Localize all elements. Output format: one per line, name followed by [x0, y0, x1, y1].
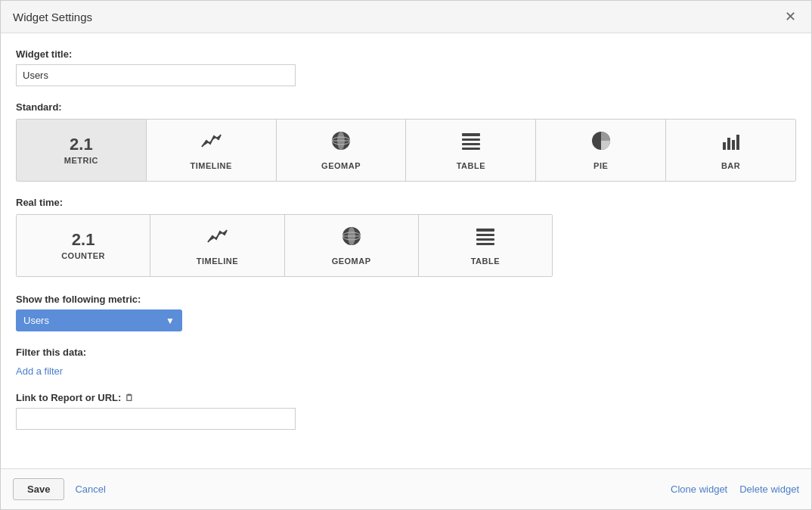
realtime-type-timeline[interactable]: TIMELINE: [150, 215, 284, 276]
link-label-text: Link to Report or URL:: [16, 392, 121, 403]
metric-field-section: Show the following metric: Users Session…: [16, 294, 796, 331]
link-report-icon: 🗒: [125, 393, 134, 403]
link-input[interactable]: [16, 408, 296, 430]
realtime-type-counter[interactable]: 2.1 COUNTER: [17, 215, 150, 276]
svg-rect-17: [476, 229, 494, 232]
standard-type-bar[interactable]: BAR: [666, 120, 795, 181]
realtime-section-label: Real time:: [16, 197, 796, 208]
widget-settings-dialog: Widget Settings ✕ Widget title: Standard…: [0, 0, 812, 510]
footer-left: Save Cancel: [13, 478, 109, 500]
dialog-title: Widget Settings: [13, 11, 92, 23]
svg-rect-9: [723, 142, 726, 150]
filter-section: Filter this data: Add a filter: [16, 347, 796, 377]
standard-type-table[interactable]: TABLE: [406, 120, 536, 181]
standard-type-pie[interactable]: PIE: [536, 120, 666, 181]
svg-rect-12: [736, 135, 739, 150]
standard-type-geomap[interactable]: GEOMAP: [277, 120, 407, 181]
standard-type-timeline[interactable]: TIMELINE: [147, 120, 277, 181]
dialog-header: Widget Settings ✕: [1, 1, 811, 33]
standard-section-label: Standard:: [16, 101, 796, 113]
svg-rect-6: [462, 143, 480, 145]
widget-title-input[interactable]: [16, 64, 296, 86]
dialog-body: Widget title: Standard: 2.1 METRIC TIMEL…: [1, 33, 811, 468]
save-button[interactable]: Save: [13, 478, 64, 500]
standard-type-grid: 2.1 METRIC TIMELINE: [16, 119, 796, 182]
svg-rect-4: [462, 133, 480, 136]
link-section: Link to Report or URL: 🗒: [16, 392, 796, 430]
widget-title-label: Widget title:: [16, 48, 796, 60]
svg-rect-5: [462, 138, 480, 141]
svg-rect-19: [476, 238, 494, 241]
realtime-type-table[interactable]: TABLE: [419, 215, 552, 276]
delete-widget-button[interactable]: Delete widget: [739, 484, 799, 495]
svg-rect-11: [732, 140, 735, 150]
metric-field-label: Show the following metric:: [16, 294, 796, 305]
metric-dropdown[interactable]: Users Sessions Pageviews Bounce Rate: [16, 309, 182, 331]
realtime-type-grid: 2.1 COUNTER TIMELINE: [16, 214, 553, 277]
svg-rect-10: [727, 138, 730, 150]
clone-widget-button[interactable]: Clone widget: [671, 484, 727, 495]
standard-type-metric[interactable]: 2.1 METRIC: [17, 120, 147, 181]
add-filter-link[interactable]: Add a filter: [16, 365, 63, 377]
realtime-type-geomap[interactable]: GEOMAP: [285, 215, 419, 276]
dialog-footer: Save Cancel Clone widget Delete widget: [1, 468, 811, 509]
metric-dropdown-wrapper: Users Sessions Pageviews Bounce Rate ▼: [16, 309, 182, 331]
close-button[interactable]: ✕: [782, 10, 799, 23]
filter-label: Filter this data:: [16, 347, 796, 358]
svg-rect-7: [462, 148, 480, 150]
cancel-button[interactable]: Cancel: [72, 479, 108, 499]
footer-right: Clone widget Delete widget: [671, 484, 799, 495]
svg-rect-18: [476, 234, 494, 236]
svg-rect-20: [476, 243, 494, 245]
